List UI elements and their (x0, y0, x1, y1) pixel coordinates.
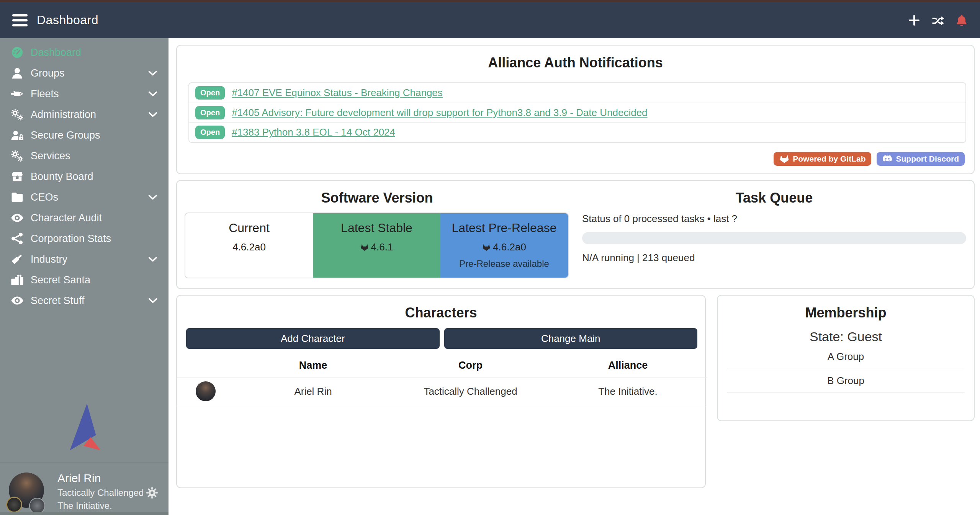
membership-title: Membership (718, 305, 974, 321)
version-latest-stable-column: Latest Stable 4.6.1 (313, 213, 440, 278)
gears-icon (8, 108, 26, 121)
status-badge: Open (195, 126, 225, 139)
sidebar-item-ceos[interactable]: CEOs (0, 187, 169, 208)
list-item: B Group (718, 368, 974, 392)
column-header-corp: Corp (392, 360, 549, 371)
user-icon (8, 67, 26, 80)
powered-by-gitlab-badge[interactable]: Powered by GitLab (774, 152, 871, 166)
version-current-column: Current 4.6.2a0 (185, 213, 313, 278)
gitlab-tanuki-icon (360, 244, 369, 251)
notification-row: Open #1407 EVE Equinox Status - Breaking… (189, 83, 965, 103)
software-version-task-queue-panel: Software Version Task Queue Current 4.6.… (176, 180, 975, 289)
user-settings-gear-icon[interactable] (146, 486, 159, 499)
task-queue-progress-bar (582, 232, 966, 244)
chevron-down-icon (147, 67, 159, 79)
gifts-icon (8, 273, 26, 286)
sidebar-item-bounty-board[interactable]: Bounty Board (0, 166, 169, 187)
task-queue-title: Task Queue (582, 190, 966, 206)
store-icon (8, 170, 26, 183)
add-character-icon[interactable] (907, 13, 921, 27)
chevron-down-icon (147, 253, 159, 265)
sidebar-item-administration[interactable]: Administration (0, 104, 169, 125)
add-character-button[interactable]: Add Character (186, 328, 440, 349)
character-alliance-cell: The Initiative. (549, 386, 707, 397)
character-name-cell: Ariel Rin (234, 386, 392, 397)
prerelease-note: Pre-Release available (440, 258, 568, 269)
gitlab-tanuki-icon (482, 244, 491, 251)
task-queue-status-line: Status of 0 processed tasks • last ? (582, 213, 737, 225)
software-version-title: Software Version (177, 190, 577, 206)
change-main-button[interactable]: Change Main (444, 328, 698, 349)
corp-logo-badge (6, 497, 22, 513)
characters-title: Characters (177, 305, 705, 321)
page-title: Dashboard (37, 13, 98, 27)
user-panel: Ariel Rin Tactically Challenged The Init… (0, 463, 169, 515)
notification-row: Open #1383 Python 3.8 EOL - 14 Oct 2024 (189, 122, 965, 142)
hammer-icon (8, 253, 26, 266)
characters-panel: Characters Add Character Change Main Nam… (176, 295, 706, 488)
sidebar-bottom-strip (0, 512, 169, 515)
sidebar-item-secret-santa[interactable]: Secret Santa (0, 270, 169, 290)
list-item: A Group (718, 344, 974, 368)
sidebar-item-character-audit[interactable]: Character Audit (0, 208, 169, 228)
discord-icon (882, 154, 892, 163)
dashboard-gauge-icon (8, 46, 26, 59)
task-queue-queue-line: N/A running | 213 queued (582, 252, 695, 264)
gears-icon (8, 149, 26, 162)
sidebar-item-services[interactable]: Services (0, 146, 169, 166)
eye-icon (8, 211, 26, 224)
alliance-auth-logo (0, 402, 169, 453)
user-corp: Tactically Challenged (57, 487, 144, 498)
version-box: Current 4.6.2a0 Latest Stable 4.6.1 Late… (185, 213, 569, 278)
gitlab-tanuki-icon (779, 154, 789, 163)
top-navbar: Dashboard (0, 0, 980, 38)
chevron-down-icon (147, 109, 159, 120)
share-icon (8, 232, 26, 245)
alliance-logo-badge (29, 498, 45, 514)
sidebar-item-corporation-stats[interactable]: Corporation Stats (0, 228, 169, 249)
membership-state: State: Guest (718, 329, 974, 344)
menu-toggle-icon[interactable] (12, 14, 28, 26)
chevron-down-icon (147, 88, 159, 100)
user-lock-icon (8, 129, 26, 142)
main-content: Alliance Auth Notifications Open #1407 E… (169, 38, 980, 515)
sidebar-item-dashboard[interactable]: Dashboard (0, 42, 169, 63)
notification-link[interactable]: #1383 Python 3.8 EOL - 14 Oct 2024 (232, 126, 395, 138)
sidebar-item-fleets[interactable]: Fleets (0, 83, 169, 104)
sidebar-item-secret-stuff[interactable]: Secret Stuff (0, 290, 169, 311)
folder-icon (8, 191, 26, 204)
chevron-down-icon (147, 295, 159, 306)
version-latest-prerelease-column: Latest Pre-Release 4.6.2a0 Pre-Release a… (440, 213, 568, 278)
column-header-alliance: Alliance (549, 360, 707, 371)
notifications-list: Open #1407 EVE Equinox Status - Breaking… (188, 82, 966, 143)
membership-panel: Membership State: Guest A Group B Group (717, 295, 975, 421)
character-portrait (196, 381, 216, 401)
column-header-name: Name (234, 360, 392, 371)
table-row: Ariel Rin Tactically Challenged The Init… (177, 378, 707, 405)
user-name: Ariel Rin (57, 472, 144, 485)
space-shuttle-icon (8, 87, 26, 100)
status-badge: Open (195, 106, 225, 119)
notification-row: Open #1405 Advisory: Future development … (189, 103, 965, 122)
divider (727, 392, 965, 392)
support-discord-badge[interactable]: Support Discord (877, 152, 965, 166)
eye-icon (8, 294, 26, 307)
sidebar-item-groups[interactable]: Groups (0, 63, 169, 83)
change-main-shuffle-icon[interactable] (931, 13, 945, 27)
status-badge: Open (195, 86, 225, 100)
sidebar: Dashboard Groups Fleets Administration S… (0, 38, 169, 515)
notification-link[interactable]: #1407 EVE Equinox Status - Breaking Chan… (232, 87, 443, 99)
notifications-panel: Alliance Auth Notifications Open #1407 E… (176, 45, 975, 174)
character-corp-cell: Tactically Challenged (392, 386, 549, 397)
user-alliance: The Initiative. (57, 500, 144, 511)
sidebar-item-industry[interactable]: Industry (0, 249, 169, 270)
notifications-bell-icon[interactable] (955, 13, 969, 27)
notification-link[interactable]: #1405 Advisory: Future development will … (232, 107, 647, 119)
characters-table: Name Corp Alliance Ariel Rin Tactically … (177, 353, 707, 405)
sidebar-item-secure-groups[interactable]: Secure Groups (0, 125, 169, 146)
chevron-down-icon (147, 191, 159, 203)
characters-table-header: Name Corp Alliance (177, 353, 707, 378)
notifications-title: Alliance Auth Notifications (177, 55, 974, 71)
